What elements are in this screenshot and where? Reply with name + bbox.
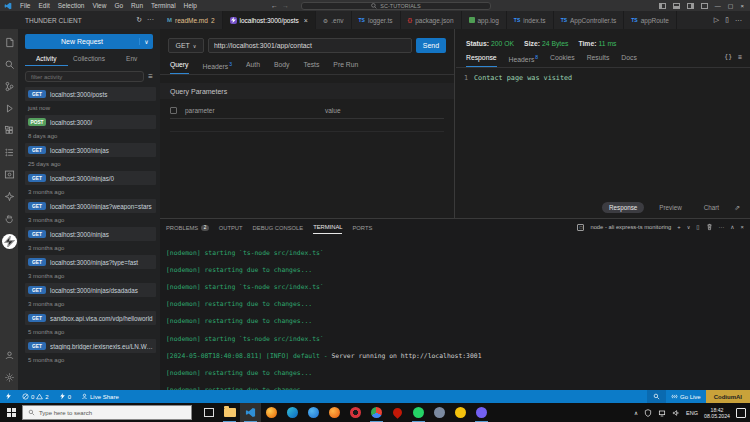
tab-docs[interactable]: Docs	[621, 54, 637, 67]
filter-activity-input[interactable]	[25, 71, 144, 82]
tab-terminal[interactable]: TERMINAL	[313, 220, 342, 234]
edge-icon[interactable]	[282, 403, 303, 422]
todo-list-icon[interactable]	[3, 146, 16, 159]
split-editor-icon[interactable]: ▯	[725, 16, 729, 24]
preview-icon[interactable]	[3, 168, 16, 181]
close-tab-icon[interactable]: ×	[304, 17, 308, 24]
app-yellow-icon[interactable]	[450, 403, 471, 422]
tab-logger[interactable]: TS logger.ts	[352, 11, 401, 29]
menu-run[interactable]: Run	[127, 2, 147, 9]
live-share-button[interactable]: Live Share	[76, 390, 124, 403]
steam-icon[interactable]	[429, 403, 450, 422]
activity-item[interactable]: GETlocalhost:3000/ninjas?type=fast 3 mon…	[18, 255, 160, 282]
thunder-status[interactable]: 0	[54, 390, 76, 403]
tab-body[interactable]: Body	[274, 61, 290, 74]
thunder-client-icon[interactable]	[2, 234, 17, 249]
tab-cookies[interactable]: Cookies	[550, 54, 575, 67]
send-button[interactable]: Send	[416, 38, 446, 53]
new-terminal-icon[interactable]: +	[677, 224, 680, 230]
tab-more-actions-icon[interactable]: ···	[735, 17, 742, 24]
clock[interactable]: 18:4208.05.2024	[704, 407, 730, 419]
notification-center-icon[interactable]	[736, 408, 746, 418]
tab-auth[interactable]: Auth	[246, 61, 260, 74]
firefox-icon[interactable]	[261, 403, 282, 422]
select-all-checkbox[interactable]	[170, 107, 177, 114]
maps-pin-icon[interactable]	[387, 403, 408, 422]
tab-appcontroller[interactable]: TS AppController.ts	[554, 11, 625, 29]
menu-terminal[interactable]: Terminal	[147, 2, 180, 9]
tab-headers[interactable]: Headers3	[203, 61, 232, 74]
customize-layout-icon[interactable]	[701, 3, 708, 9]
activity-item[interactable]: GETlocalhost:3000/ninjas 3 months ago	[18, 227, 160, 254]
toggle-sidebar-icon[interactable]	[659, 3, 666, 9]
kill-terminal-icon[interactable]	[706, 223, 713, 232]
empty-parameter-row[interactable]	[170, 119, 444, 132]
activity-item[interactable]: GETlocalhost:3000/ninjas/0 3 months ago	[18, 171, 160, 198]
tab-approute[interactable]: TS appRoute	[624, 11, 677, 29]
whatsapp-icon[interactable]	[408, 403, 429, 422]
tab-response[interactable]: Response	[466, 54, 497, 67]
tab-collections[interactable]: Collections	[68, 55, 111, 66]
tab-app-log[interactable]: app.log	[462, 11, 507, 29]
chevron-down-icon[interactable]: ∨	[139, 38, 153, 45]
tab-env[interactable]: ⚙ .env	[316, 11, 352, 29]
zoom-indicator[interactable]	[647, 390, 666, 403]
chevron-down-icon[interactable]: ∨	[687, 224, 691, 230]
tab-query[interactable]: Query	[170, 61, 189, 74]
menu-go[interactable]: Go	[110, 2, 127, 9]
task-view-icon[interactable]	[198, 403, 219, 422]
expand-icon[interactable]: ⇗	[734, 204, 740, 212]
close-panel-icon[interactable]: ×	[741, 224, 744, 230]
tab-readme[interactable]: M readMe.md 2	[160, 11, 223, 29]
command-center-search[interactable]: SC-TUTORIALS	[301, 2, 491, 10]
extensions-icon[interactable]	[3, 124, 16, 137]
view-chart-button[interactable]: Chart	[697, 202, 726, 213]
activity-item[interactable]: GETlocalhost:3000/posts just now	[18, 87, 160, 114]
split-terminal-icon[interactable]: ▯	[696, 224, 699, 230]
wrap-lines-icon[interactable]: ≡	[738, 53, 742, 61]
maximize-panel-icon[interactable]: ∧	[730, 224, 734, 230]
vscode-taskbar-icon[interactable]	[240, 403, 261, 422]
remote-indicator-icon[interactable]	[0, 390, 17, 403]
codium-ai-badge[interactable]: CodiumAI	[706, 390, 750, 403]
problems-status[interactable]: 0 2	[17, 390, 54, 403]
chrome-icon[interactable]	[366, 403, 387, 422]
activity-item[interactable]: POSTlocalhost:3000/ 8 days ago	[18, 115, 160, 142]
tab-results[interactable]: Results	[587, 54, 610, 67]
tab-output[interactable]: OUTPUT	[219, 221, 243, 234]
shell-label[interactable]: node - ali express-ts monitoring	[590, 224, 671, 230]
go-live-button[interactable]: Go Live	[666, 390, 706, 403]
tab-activity[interactable]: Activity	[25, 55, 68, 66]
more-actions-icon[interactable]: ···	[147, 16, 154, 24]
tab-problems[interactable]: PROBLEMS2	[166, 221, 209, 234]
menu-edit[interactable]: Edit	[34, 2, 53, 9]
restore-button[interactable]: ▢	[728, 2, 734, 9]
source-control-icon[interactable]	[3, 80, 16, 93]
format-braces-icon[interactable]: {}	[724, 53, 732, 61]
volume-icon[interactable]	[672, 409, 680, 417]
tab-tests[interactable]: Tests	[303, 61, 319, 74]
taskbar-search[interactable]: Type here to search	[22, 405, 192, 420]
activity-item[interactable]: GETstaging.bridger.lexisnexis.eu/LN.WebS…	[18, 339, 160, 366]
minimize-button[interactable]: —	[715, 3, 721, 9]
firefox-beta-icon[interactable]	[303, 403, 324, 422]
new-request-button[interactable]: New Request ∨	[25, 34, 153, 49]
activity-item[interactable]: GETsandbox.api.visa.com/vdp/helloworld 5…	[18, 311, 160, 338]
tab-thunder-request[interactable]: localhost:3000/posts ×	[223, 11, 316, 29]
start-button[interactable]	[0, 408, 22, 417]
view-response-button[interactable]: Response	[602, 202, 644, 213]
menu-help[interactable]: Help	[180, 2, 201, 9]
menu-icon[interactable]: ≡	[148, 72, 153, 81]
run-debug-icon[interactable]	[3, 102, 16, 115]
account-icon[interactable]	[3, 349, 16, 362]
tab-pre-run[interactable]: Pre Run	[333, 61, 358, 74]
sparkle-icon[interactable]	[3, 190, 16, 203]
close-window-button[interactable]: ×	[740, 3, 744, 9]
viber-icon[interactable]	[471, 403, 492, 422]
explorer-icon[interactable]	[3, 36, 16, 49]
tab-ports[interactable]: PORTS	[352, 221, 372, 234]
menu-file[interactable]: File	[16, 2, 34, 9]
activity-item[interactable]: GETlocalhost:3000/ninjas?weapon=stars 3 …	[18, 199, 160, 226]
back-arrow-icon[interactable]: ←	[271, 2, 282, 9]
network-icon[interactable]	[658, 409, 666, 417]
